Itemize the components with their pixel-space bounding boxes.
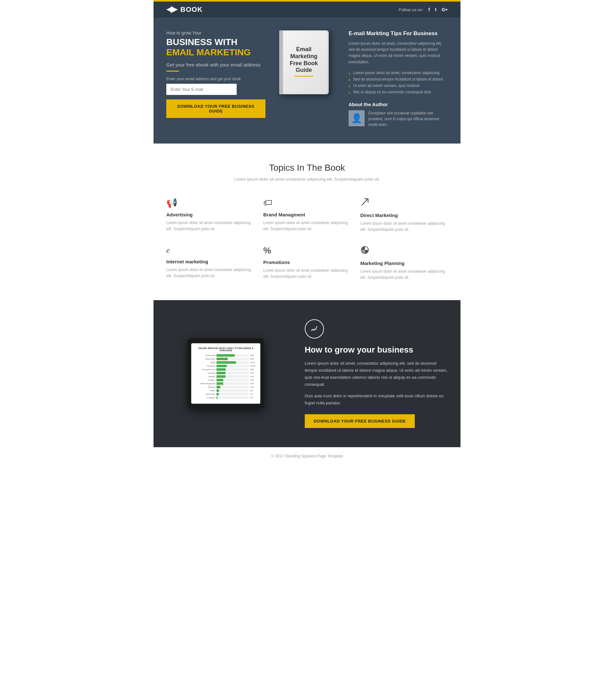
download-button[interactable]: Download Your Free Business Guide (166, 99, 266, 118)
bar-row: Brand Sites34% (194, 358, 257, 360)
hero-book: Email Marketing Free Book Guide (275, 30, 333, 94)
bar-row: LinkedIn27% (194, 375, 257, 378)
tips-body: Lorem ipsum dolor sit amet, consectetur … (348, 41, 448, 65)
topic-planning: Marketing Planning Lorem ipsum dolor sit… (360, 246, 448, 280)
internet-icon: e (166, 246, 254, 255)
topics-section: Topics In The Book Lorem ipsum dolor sit… (154, 143, 460, 300)
logo-icon (166, 6, 178, 13)
bar-row: Facebook30.8% (194, 365, 257, 367)
topic-name: Marketing Planning (360, 261, 448, 266)
hero-divider (166, 71, 179, 72)
book-title: Email Marketing Free Book Guide (290, 46, 318, 74)
topic-text: Lorem ipsum dolor sit amet conseetuer ad… (360, 221, 448, 233)
footer-text: © 2017 Olanding Squeeze Page Template (271, 454, 343, 458)
chart-left: ONLINE SERVICES MOST LIKELY TO INFLUENCE… (166, 338, 285, 409)
promotions-icon: % (263, 246, 351, 256)
advertising-icon: 📢 (166, 198, 254, 208)
follow-us-label: Follow us on: (399, 7, 423, 12)
grow-icon-circle (305, 319, 324, 338)
topics-title: Topics In The Book (166, 163, 448, 173)
social-links: Follow us on: f t G+ (399, 7, 448, 12)
topic-text: Lorem ipsum dolor sit amet conseetuer ad… (263, 220, 351, 232)
about-author: About the Author 👤 Excepteur sint occaec… (348, 102, 448, 127)
planning-icon (360, 246, 448, 257)
topics-grid: 📢 Advertising Lorem ipsum dolor sit amet… (166, 198, 448, 281)
author-block: 👤 Excepteur sint occaecat cupidatat non … (348, 110, 448, 127)
topic-text: Lorem ipsum dolor sit amet conseetuer ad… (166, 220, 254, 232)
chart-section: ONLINE SERVICES MOST LIKELY TO INFLUENCE… (154, 300, 460, 448)
topic-text: Lorem ipsum dolor sit amet conseetuer ad… (166, 267, 254, 279)
hero-left: How to grow Your BUSINESS WITH EMAIL MAR… (166, 30, 266, 118)
bullet-item: Sed do eiusmod tempor incididunt ut labo… (348, 76, 448, 83)
svg-marker-0 (166, 6, 178, 13)
bar-row: Online Magazines20% (194, 382, 257, 385)
grow-title: How to grow your business (305, 345, 448, 355)
email-label: Enter your email address and get your bo… (166, 77, 266, 81)
hero-desc: Get your free ebook with your email addr… (166, 62, 266, 67)
bar-row: Google+20% (194, 379, 257, 381)
topic-text: Lorem ipsum dolor sit amet conseetuer ad… (360, 268, 448, 280)
grow-text-2: Duis aute irure dolor in reprehenderit i… (305, 392, 448, 407)
bullet-item: Lorem ipsum dolor sit amet, consectetur … (348, 70, 448, 76)
bar-row: Twitter8% (194, 389, 257, 392)
brand-icon: 🏷 (263, 198, 351, 208)
hero-right: E-mail Markting Tips For Business Lorem … (342, 30, 448, 127)
book-cover: Email Marketing Free Book Guide (279, 30, 329, 94)
svg-point-3 (316, 326, 317, 328)
grow-text-1: Lorem ipsum dolor sit amet, consectetur … (305, 360, 448, 388)
hero-title-main: BUSINESS WITH (166, 37, 266, 47)
avatar-icon: 👤 (351, 113, 362, 123)
hero-content: How to grow Your BUSINESS WITH EMAIL MAR… (154, 17, 460, 143)
about-title: About the Author (348, 102, 448, 107)
bar-row: Blogs311% (194, 361, 257, 364)
bar-row: Retail Sites56% (194, 354, 257, 357)
topic-brand: 🏷 Brand Managment Lorem ipsum dolor sit … (263, 198, 351, 233)
topic-name: Advertising (166, 212, 254, 217)
logo: BOOK (166, 5, 203, 14)
topic-name: Direct Marketing (360, 213, 448, 218)
bar-row: Pinterest12% (194, 386, 257, 388)
hero-section: How to grow Your BUSINESS WITH EMAIL MAR… (154, 17, 460, 143)
tablet-frame: ONLINE SERVICES MOST LIKELY TO INFLUENCE… (187, 338, 264, 409)
bullet-item: Ut enim ad minim veniam, quis nostrud (348, 83, 448, 89)
avatar: 👤 (348, 110, 365, 126)
chart-right: How to grow your business Lorem ipsum do… (305, 319, 448, 428)
bar-row: News Sites7% (194, 393, 257, 396)
topic-text: Lorem ipsum dolor sit amet conseetuer ad… (263, 267, 351, 280)
topic-name: Brand Managment (263, 212, 351, 217)
bullet-list: Lorem ipsum dolor sit amet, consectetur … (348, 70, 448, 95)
hero-title-highlight: EMAIL MARKETING (166, 47, 266, 58)
twitter-link[interactable]: t (435, 7, 437, 12)
topic-name: Internet marketing (166, 259, 254, 264)
topics-desc: Lorem ipsum dolor sit amet conseetuer ad… (166, 177, 448, 182)
bar-row: Instagram3% (194, 396, 257, 399)
logo-text: BOOK (180, 5, 203, 14)
grow-download-button[interactable]: Download Your Free Business Guide (305, 414, 415, 428)
bar-row: Groups/Forums28% (194, 368, 257, 371)
email-input[interactable] (166, 84, 237, 95)
facebook-link[interactable]: f (429, 7, 430, 12)
direct-icon (360, 198, 448, 209)
chart-heading: ONLINE SERVICES MOST LIKELY TO INFLUENCE… (194, 347, 257, 352)
book-line (294, 76, 314, 77)
topic-advertising: 📢 Advertising Lorem ipsum dolor sit amet… (166, 198, 254, 233)
tips-title: E-mail Markting Tips For Business (348, 30, 448, 37)
author-text: Excepteur sint occaecat cupidatat non pr… (368, 110, 448, 127)
bullet-item: Nisi ut aliquip ex ea commodo consequat … (348, 89, 448, 95)
topic-internet: e Internet marketing Lorem ipsum dolor s… (166, 246, 254, 280)
topic-direct: Direct Marketing Lorem ipsum dolor sit a… (360, 198, 448, 233)
footer: © 2017 Olanding Squeeze Page Template (154, 447, 460, 465)
tablet-screen: ONLINE SERVICES MOST LIKELY TO INFLUENCE… (191, 343, 260, 404)
navbar: BOOK Follow us on: f t G+ (154, 2, 460, 17)
googleplus-link[interactable]: G+ (442, 7, 448, 12)
topic-promotions: % Promotions Lorem ipsum dolor sit amet … (263, 246, 351, 280)
bar-chart: Retail Sites56%Brand Sites34%Blogs311%Fa… (194, 354, 257, 399)
topic-name: Promotions (263, 260, 351, 265)
bar-row: YouTube27% (194, 372, 257, 374)
hero-subtitle: How to grow Your (166, 30, 266, 36)
